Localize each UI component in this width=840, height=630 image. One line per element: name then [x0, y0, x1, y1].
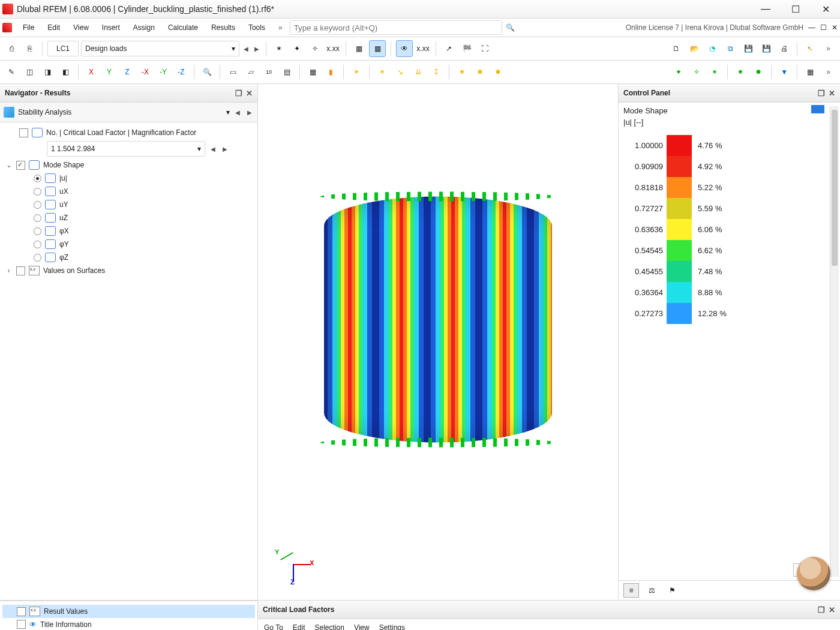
tool-icon[interactable]: x.xx: [415, 41, 431, 56]
legend-tab-scale-icon[interactable]: ⚖: [644, 583, 659, 598]
menu-tools[interactable]: Tools: [242, 21, 271, 34]
zoom-icon[interactable]: 🔍: [199, 64, 215, 80]
print-icon[interactable]: 🖨: [776, 41, 792, 56]
expand-icon[interactable]: ›: [5, 266, 13, 275]
tree-label[interactable]: Result Values: [44, 607, 88, 616]
prev-button[interactable]: ◀: [209, 146, 217, 152]
navigator-tree[interactable]: No. | Critical Load Factor | Magnificati…: [0, 122, 257, 600]
select-icon[interactable]: ↖: [802, 41, 818, 56]
scrollbar[interactable]: [830, 106, 839, 577]
next-loadcase-button[interactable]: ▶: [253, 46, 261, 52]
block-icon[interactable]: ⧉: [722, 41, 738, 56]
axis-negy-icon[interactable]: -Y: [155, 64, 171, 80]
mesh-icon[interactable]: ▦: [305, 64, 320, 80]
ruler-icon[interactable]: 10: [261, 64, 277, 80]
tool-icon[interactable]: ✧: [307, 41, 323, 56]
grid-icon[interactable]: ▦: [802, 64, 818, 80]
tool-icon[interactable]: 🏁: [459, 41, 475, 56]
assistant-avatar-icon[interactable]: [797, 557, 830, 590]
next-button[interactable]: ▶: [245, 109, 254, 116]
menu-insert[interactable]: Insert: [96, 21, 126, 34]
legend-tab-settings-icon[interactable]: ⚑: [664, 583, 680, 598]
collapse-icon[interactable]: ⌄: [5, 161, 13, 169]
axis-y-icon[interactable]: Y: [101, 64, 117, 80]
toolbar-overflow-icon[interactable]: »: [820, 44, 836, 53]
load-icon[interactable]: ✶: [374, 64, 390, 80]
tool-icon[interactable]: ⎘: [22, 41, 37, 56]
view-iso-icon[interactable]: ◨: [40, 64, 55, 80]
menu-view[interactable]: View: [67, 21, 95, 34]
next-button[interactable]: ▶: [221, 146, 229, 152]
model-viewport[interactable]: X Y Z: [258, 84, 618, 600]
load-icon[interactable]: ✹: [490, 64, 506, 80]
tree-label[interactable]: Title Information: [40, 620, 92, 629]
restore-icon[interactable]: ❐: [235, 89, 242, 98]
load-icon[interactable]: ✷: [454, 64, 470, 80]
new-file-icon[interactable]: 🗋: [668, 41, 684, 56]
tree-label[interactable]: |u|: [59, 174, 67, 182]
render-icon[interactable]: ▤: [279, 64, 295, 80]
support-icon[interactable]: ✸: [751, 64, 766, 80]
menu-calculate[interactable]: Calculate: [162, 21, 204, 34]
close-panel-icon[interactable]: ✕: [829, 89, 835, 98]
tree-label[interactable]: Values on Surfaces: [43, 266, 105, 275]
dropdown-icon[interactable]: ▾: [226, 108, 230, 116]
axis-negx-icon[interactable]: -X: [137, 64, 153, 80]
menu-overflow-icon[interactable]: »: [272, 23, 289, 32]
save-icon[interactable]: 💾: [740, 41, 756, 56]
menu-results[interactable]: Results: [205, 21, 241, 34]
tree-label[interactable]: uX: [59, 187, 68, 196]
tree-label[interactable]: uY: [59, 200, 68, 209]
support-icon[interactable]: ✧: [689, 64, 704, 80]
tree-label[interactable]: φY: [59, 240, 69, 248]
tool-icon[interactable]: ▦: [351, 41, 367, 56]
render-icon[interactable]: ▭: [225, 64, 241, 80]
tool-icon[interactable]: ↗: [441, 41, 457, 56]
tree-label[interactable]: φZ: [59, 253, 68, 262]
clf-menu-selection[interactable]: Selection: [315, 623, 344, 630]
close-button[interactable]: ✕: [814, 1, 838, 17]
load-icon[interactable]: ✶: [349, 64, 364, 80]
tool-icon[interactable]: 👁: [396, 40, 413, 57]
loadcase-combo[interactable]: Design loads▾: [81, 41, 239, 56]
close-panel-icon[interactable]: ✕: [829, 605, 835, 614]
prev-loadcase-button[interactable]: ◀: [242, 46, 250, 52]
menu-assign[interactable]: Assign: [127, 21, 161, 34]
load-icon[interactable]: ✸: [472, 64, 488, 80]
maximize-button[interactable]: ☐: [784, 1, 808, 17]
menu-edit[interactable]: Edit: [41, 21, 66, 34]
tool-icon[interactable]: ✦: [289, 41, 305, 56]
render-icon[interactable]: ▱: [243, 64, 259, 80]
axis-negz-icon[interactable]: -Z: [173, 64, 189, 80]
tool-icon[interactable]: ▦: [369, 40, 386, 57]
restore-icon[interactable]: ❐: [818, 605, 825, 614]
menu-file[interactable]: File: [17, 21, 40, 34]
close-panel-icon[interactable]: ✕: [246, 89, 253, 98]
search-icon[interactable]: 🔍: [506, 23, 515, 32]
tool-icon[interactable]: ⎙: [4, 41, 19, 56]
view-iso-icon[interactable]: ◫: [22, 64, 37, 80]
mesh-icon[interactable]: ▮: [323, 64, 338, 80]
axis-x-icon[interactable]: X: [83, 64, 99, 80]
tool-icon[interactable]: x.xx: [325, 41, 341, 56]
open-file-icon[interactable]: 📂: [686, 41, 702, 56]
tool-icon[interactable]: ✶: [271, 41, 287, 56]
legend-tab-colors-icon[interactable]: ≡: [623, 583, 639, 598]
support-icon[interactable]: ✷: [733, 64, 748, 80]
clf-menu-settings[interactable]: Settings: [379, 623, 405, 630]
search-input[interactable]: [290, 20, 502, 35]
prev-button[interactable]: ◀: [233, 109, 242, 116]
clf-menu-goto[interactable]: Go To: [264, 623, 283, 630]
tree-label[interactable]: Mode Shape: [43, 161, 84, 169]
load-icon[interactable]: ⇊: [410, 64, 426, 80]
tree-label[interactable]: φX: [59, 227, 69, 235]
clf-menu-edit[interactable]: Edit: [293, 623, 305, 630]
axis-z-icon[interactable]: Z: [119, 64, 135, 80]
cloud-icon[interactable]: ◔: [704, 41, 720, 56]
save-all-icon[interactable]: 💾: [758, 41, 774, 56]
support-icon[interactable]: ✦: [671, 64, 686, 80]
factor-combo[interactable]: 1 1.504 2.984▾: [47, 141, 205, 157]
filter-icon[interactable]: ▼: [776, 64, 792, 80]
tree-label[interactable]: uZ: [59, 214, 68, 222]
analysis-combo[interactable]: Stability Analysis: [18, 108, 223, 116]
